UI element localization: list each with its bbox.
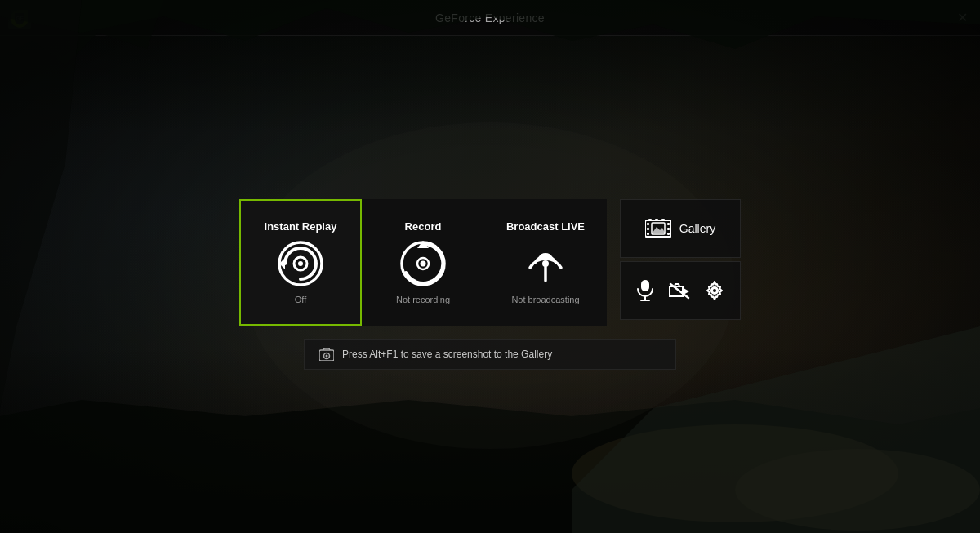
gallery-label: Gallery [679,222,715,235]
gallery-button[interactable]: Gallery [620,199,741,258]
broadcast-status: Not broadcasting [511,295,579,304]
screenshot-icon [319,348,334,361]
svg-rect-27 [641,280,649,291]
record-label: Record [405,220,442,233]
instant-replay-status: Off [295,295,306,304]
broadcast-card[interactable]: Broadcast LIVE [484,199,607,326]
svg-rect-17 [647,223,649,225]
svg-rect-24 [648,219,652,220]
instant-replay-icon [276,239,325,288]
svg-rect-26 [662,219,665,220]
record-status: Not recording [396,295,450,304]
svg-rect-21 [667,228,670,230]
utility-icons-button[interactable] [620,261,741,320]
titlebar: GF GeForce Experience ✕ [0,0,980,36]
hint-bar: Press Alt+F1 to save a screenshot to the… [304,339,676,370]
svg-text:GF: GF [16,16,24,21]
svg-point-13 [421,261,426,267]
feature-cards-group: Instant Replay [239,199,607,326]
gallery-icon [645,217,671,240]
svg-rect-22 [667,233,670,235]
hint-text: Press Alt+F1 to save a screenshot to the… [342,349,552,360]
record-card[interactable]: Record [362,199,484,326]
nvidia-logo: GF [7,5,33,31]
settings-icon [705,281,724,300]
utility-buttons-group: Gallery [620,199,741,320]
svg-rect-18 [647,228,649,230]
camera-off-icon [669,282,690,300]
svg-point-9 [298,261,303,266]
content-area: Instant Replay [0,36,980,533]
svg-rect-20 [667,223,670,225]
broadcast-icon [521,239,570,288]
instant-replay-label: Instant Replay [265,220,337,233]
svg-rect-25 [655,219,658,220]
record-icon [399,239,448,288]
microphone-icon [636,280,654,301]
svg-point-36 [326,355,328,358]
main-controls-row: Instant Replay [239,199,741,326]
svg-rect-19 [647,233,649,235]
svg-point-33 [712,288,717,293]
close-button[interactable]: ✕ [954,10,970,26]
overlay-panel: Instant Replay [239,199,741,370]
broadcast-label: Broadcast LIVE [506,220,585,233]
instant-replay-card[interactable]: Instant Replay [239,199,362,326]
titlebar-title: GeForce Experience [435,11,545,24]
window: GF GeForce Experience ✕ Instant Replay [0,0,980,533]
